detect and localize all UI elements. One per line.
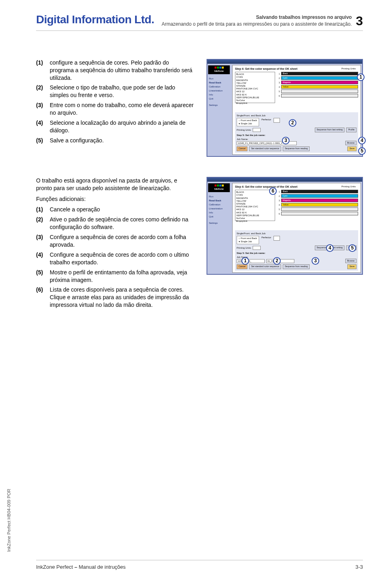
- printing-units-spinner[interactable]: [253, 128, 261, 132]
- sidebar-item[interactable]: Linearization: [208, 89, 231, 93]
- colors-list[interactable]: BLACKCYANMAGENTAYELLOWSTANZEPANTONE 294 …: [235, 190, 275, 221]
- list-item: (1)Cancele a operação: [36, 206, 195, 213]
- sequence-reading-button[interactable]: Sequence from reading: [283, 264, 310, 269]
- footer-left: InkZone Perfect – Manual de intruções: [36, 564, 126, 571]
- sidebar-item[interactable]: Quit: [208, 215, 231, 219]
- steps-list-2: (1)Cancele a operação (2)Ative o padrão …: [36, 206, 195, 309]
- list-item: (1)configure a sequência de cores. Pelo …: [36, 59, 195, 82]
- sidebar-item[interactable]: Read Back: [208, 81, 231, 85]
- save-button[interactable]: Save: [347, 264, 357, 269]
- step4-label: Step 4: Set the color sequence of the OK…: [235, 67, 358, 71]
- sequence-last-button[interactable]: Sequence from last writing: [315, 128, 345, 132]
- callout: 5: [349, 244, 356, 252]
- list-item: (2)Selecione o tipo de trabalho, que pod…: [36, 84, 195, 99]
- cancel-button[interactable]: Cancel: [237, 146, 247, 151]
- callout: 3: [282, 137, 290, 144]
- sidebar-item[interactable]: Calibration: [208, 85, 231, 89]
- unit-swatch[interactable]: Black: [281, 190, 358, 193]
- list-item: (4)Selecione a localização do arquivo ab…: [36, 119, 195, 134]
- unit-swatch[interactable]: Magenta: [281, 81, 358, 84]
- header-title: Salvando trabalhos impressos no arquivo: [162, 14, 352, 20]
- screenshot-2: InkZone Run Read Back Calibration Linear…: [207, 177, 363, 275]
- list-item: (3)Configure a sequência de cores de aco…: [36, 233, 195, 249]
- screenshot-1: InkZone Run Read Back Calibration Linear…: [207, 59, 363, 157]
- callout: 1: [241, 257, 249, 265]
- page-footer: InkZone Perfect – Manual de intruções 3-…: [36, 560, 363, 571]
- section-2-intro: O trabalho está agora disponível na past…: [36, 177, 195, 192]
- sidebar-item[interactable]: Info: [208, 93, 231, 97]
- inkzone-logo: InkZone: [208, 65, 230, 74]
- job-type-group[interactable]: ○ Front and Back ● Single Job: [237, 236, 259, 245]
- section-2: O trabalho está agora disponível na past…: [36, 177, 363, 311]
- browse-button[interactable]: Browse: [345, 259, 357, 263]
- sidebar-item[interactable]: Run: [208, 195, 231, 199]
- list-item: (3)Entre com o nome do trabalho, como el…: [36, 101, 195, 117]
- browse-button[interactable]: Browse: [345, 141, 357, 145]
- fb-section-label: Single/Front. and Back Job: [237, 114, 357, 117]
- step4-label: Step 4: Set the color sequence of the OK…: [235, 185, 358, 189]
- marker: (4): [36, 119, 47, 134]
- doc-code-sidebar: InkZone Perfect HB04-009 POR: [6, 489, 12, 552]
- list-item: (6)Lista de cores disponíveis para a seq…: [36, 286, 195, 309]
- section-1: (1)configure a sequência de cores. Pelo …: [36, 59, 363, 157]
- figure-1: InkZone Run Read Back Calibration Linear…: [207, 59, 363, 157]
- callout: 3: [312, 257, 319, 265]
- printing-units-label: Printing Units: [341, 185, 356, 188]
- marker: (3): [36, 101, 47, 117]
- colors-list[interactable]: BLACKCYANMAGENTAYELLOWSTANZEPANTONE 294 …: [235, 72, 275, 103]
- perfector-spinner[interactable]: [274, 236, 280, 241]
- callout: 2: [273, 257, 281, 265]
- cancel-button[interactable]: Cancel: [237, 264, 247, 269]
- list-item: (4)Configure a sequência de cores de aco…: [36, 251, 195, 266]
- job-type-group[interactable]: ○ Front and Back ● Single Job: [237, 118, 259, 127]
- page-header: Digital Information Ltd. Salvando trabal…: [36, 12, 363, 31]
- list-item: (5)Mostre o perfil de entintamento da fo…: [36, 269, 195, 284]
- jobname-input[interactable]: 12345_CIP3_: [237, 259, 265, 263]
- window-titlebar: [207, 60, 362, 64]
- sidebar-item[interactable]: Read Back: [208, 199, 231, 203]
- unit-swatch[interactable]: [281, 207, 358, 211]
- unit-swatch[interactable]: Black: [281, 72, 358, 75]
- section-1-text: (1)configure a sequência de cores. Pelo …: [36, 59, 195, 147]
- profile-button[interactable]: Profile: [346, 128, 357, 132]
- unit-swatch[interactable]: Yellow: [281, 85, 358, 89]
- callout: 4: [358, 137, 366, 144]
- sequence-reading-button[interactable]: Sequence from reading: [283, 146, 310, 151]
- unit-swatch[interactable]: [281, 212, 358, 215]
- sidebar-item[interactable]: Info: [208, 211, 231, 215]
- unit-swatch[interactable]: Yellow: [281, 203, 358, 207]
- chapter-number: 3: [356, 14, 363, 27]
- marker: (2): [36, 84, 47, 99]
- save-button[interactable]: Save: [347, 146, 357, 151]
- unit-swatch[interactable]: [281, 89, 358, 93]
- perfector-spinner[interactable]: [274, 118, 280, 123]
- set-standard-button[interactable]: Set standard color sequence: [249, 264, 281, 269]
- sidebar-item[interactable]: Run: [208, 77, 231, 81]
- marker: (1): [36, 59, 47, 82]
- header-right: Salvando trabalhos impressos no arquivo …: [162, 14, 363, 27]
- sidebar-item[interactable]: Linearization: [208, 207, 231, 211]
- footer-page-number: 3-3: [355, 564, 363, 571]
- inkzone-logo: InkZone: [208, 183, 230, 192]
- section-2-text: O trabalho está agora disponível na past…: [36, 177, 195, 311]
- list-item: (5)Salve a configuração.: [36, 137, 195, 144]
- unit-swatch[interactable]: [281, 94, 358, 97]
- step5-label: Step 5: Set the job name:: [237, 134, 357, 137]
- sidebar-item[interactable]: Calibration: [208, 203, 231, 207]
- app-sidebar: InkZone Run Read Back Calibration Linear…: [207, 182, 232, 274]
- sidebar-item[interactable]: Settings: [208, 221, 231, 225]
- sidebar-item[interactable]: Settings: [208, 103, 231, 107]
- printing-units-spinner[interactable]: [253, 246, 261, 250]
- callout: 5: [358, 147, 366, 155]
- unit-swatch[interactable]: Magenta: [281, 199, 358, 202]
- steps-list-1: (1)configure a sequência de cores. Pelo …: [36, 59, 195, 144]
- set-standard-button[interactable]: Set standard color sequence: [249, 146, 281, 151]
- printing-units-label: Printing Units: [341, 67, 356, 70]
- unit-swatch[interactable]: Cyan: [281, 194, 358, 198]
- callout: 6: [269, 187, 277, 195]
- step5-label: Step 5: Set the job name:: [237, 251, 357, 255]
- fb-section-label: Single/Front. and Back Job: [237, 232, 357, 235]
- sidebar-item[interactable]: Quit: [208, 97, 231, 101]
- figure-2: InkZone Run Read Back Calibration Linear…: [207, 177, 363, 275]
- unit-swatch[interactable]: Cyan: [281, 76, 358, 80]
